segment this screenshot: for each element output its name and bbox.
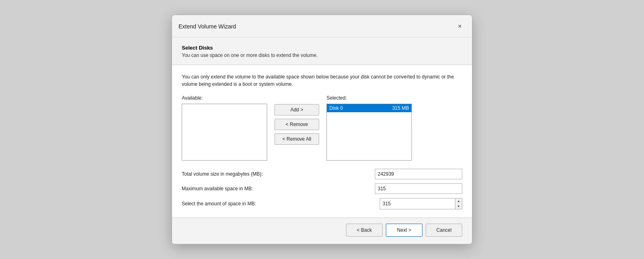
selected-list-section: Selected: Disk 0 315 MB [326,95,412,161]
dialog-title: Extend Volume Wizard [178,23,236,30]
selected-listbox[interactable]: Disk 0 315 MB [326,104,412,161]
remove-button[interactable]: < Remove [274,119,319,130]
fields-section: Total volume size in megabytes (MB): Max… [182,169,462,209]
available-listbox[interactable] [182,104,267,161]
header-section: Select Disks You can use space on one or… [172,37,472,65]
selected-disk-size: 315 MB [392,105,409,111]
add-button[interactable]: Add > [274,104,319,115]
spinner-buttons: ▲ ▼ [455,198,462,209]
spinner-wrapper: ▲ ▼ [380,198,462,209]
selected-disk-name: Disk 0 [329,105,343,111]
next-button[interactable]: Next > [386,224,422,237]
footer-section: < Back Next > Cancel [172,218,472,244]
available-list-section: Available: [182,95,267,161]
selected-label: Selected: [326,95,412,101]
total-volume-label: Total volume size in megabytes (MB): [182,171,263,177]
total-volume-row: Total volume size in megabytes (MB): [182,169,462,179]
info-text: You can only extend the volume to the av… [182,73,462,88]
spinner-up-button[interactable]: ▲ [455,198,462,204]
selected-list-item[interactable]: Disk 0 315 MB [327,104,411,112]
max-space-input[interactable] [375,183,462,194]
max-space-label: Maximum available space in MB: [182,186,253,192]
buttons-col: Add > < Remove < Remove All [274,104,319,145]
cancel-button[interactable]: Cancel [426,224,462,237]
content-section: You can only extend the volume to the av… [172,65,472,218]
title-bar: Extend Volume Wizard × [172,15,472,37]
extend-volume-wizard-dialog: Extend Volume Wizard × Select Disks You … [172,15,472,244]
select-space-label: Select the amount of space in MB: [182,201,256,207]
header-subtitle: You can use space on one or more disks t… [182,52,462,58]
header-title: Select Disks [182,45,462,51]
remove-all-button[interactable]: < Remove All [274,133,319,145]
select-space-input[interactable] [380,198,455,209]
select-space-row: Select the amount of space in MB: ▲ ▼ [182,198,462,209]
available-label: Available: [182,95,267,101]
spinner-down-button[interactable]: ▼ [455,204,462,209]
max-space-row: Maximum available space in MB: [182,183,462,194]
lists-row: Available: Add > < Remove < Remove All S… [182,95,462,161]
close-button[interactable]: × [454,21,466,32]
total-volume-input[interactable] [375,169,462,179]
back-button[interactable]: < Back [346,224,383,237]
